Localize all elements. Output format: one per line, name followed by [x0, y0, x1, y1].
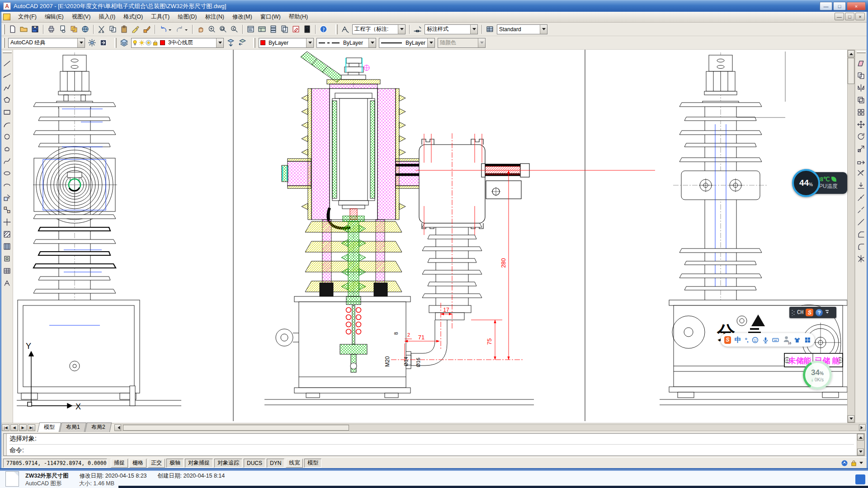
language-bar-options-icon[interactable]	[826, 310, 829, 315]
emoji-icon[interactable]	[752, 336, 759, 344]
help-button[interactable]	[318, 23, 329, 35]
horizontal-scrollbar[interactable]	[114, 424, 866, 431]
menu-window[interactable]: 窗口(W)	[256, 12, 285, 22]
new-button[interactable]	[7, 23, 18, 35]
toolbar-grip[interactable]	[253, 38, 255, 48]
toolbar-grip[interactable]	[335, 24, 338, 34]
command-window-grip[interactable]	[4, 434, 7, 455]
menu-insert[interactable]: 插入(I)	[94, 12, 119, 22]
join-button[interactable]	[855, 216, 867, 228]
ducs-toggle[interactable]: DUCS	[244, 459, 265, 468]
menu-dimension[interactable]: 标注(N)	[201, 12, 228, 22]
revision-cloud-button[interactable]	[1, 143, 13, 155]
chamfer-button[interactable]	[855, 229, 867, 240]
download-speed-widget[interactable]: 34% ↓ 0K/s	[803, 361, 832, 389]
polar-toggle[interactable]: 极轴	[166, 459, 184, 468]
maximize-button[interactable]: □	[833, 2, 846, 10]
erase-button[interactable]	[855, 58, 867, 69]
dropdown-arrow-icon[interactable]	[216, 38, 223, 47]
table-button[interactable]	[1, 265, 13, 277]
save-button[interactable]	[29, 23, 41, 35]
break-at-point-button[interactable]	[855, 192, 867, 203]
scrollbar-thumb[interactable]	[123, 425, 349, 431]
layer-properties-button[interactable]	[118, 37, 130, 48]
match-properties-button[interactable]	[130, 23, 141, 35]
construction-line-button[interactable]	[1, 70, 13, 81]
scroll-down-icon[interactable]	[857, 449, 864, 455]
toolbar-grip[interactable]	[857, 51, 866, 53]
menu-draw[interactable]: 绘图(D)	[174, 12, 201, 22]
toolbar-grip[interactable]	[114, 38, 117, 48]
login-account-icon[interactable]: 16	[783, 335, 790, 345]
mdi-minimize-button[interactable]: —	[835, 13, 844, 20]
make-object-layer-current-button[interactable]	[225, 37, 236, 48]
tab-layout1[interactable]: 布局1	[60, 422, 86, 432]
point-button[interactable]	[1, 216, 13, 228]
toolbar-grip[interactable]	[3, 38, 5, 48]
cut-button[interactable]	[96, 23, 107, 35]
mdi-close-button[interactable]: ×	[855, 13, 865, 20]
dim-style-button[interactable]	[412, 23, 423, 35]
layer-combobox[interactable]: 3中心线层	[131, 38, 224, 48]
menu-modify[interactable]: 修改(M)	[228, 12, 256, 22]
scroll-up-icon[interactable]	[857, 434, 864, 441]
copy-object-button[interactable]	[855, 70, 867, 81]
close-button[interactable]: ×	[847, 2, 866, 10]
plot-preview-button[interactable]	[57, 23, 68, 35]
zoom-previous-button[interactable]	[229, 23, 240, 35]
stretch-button[interactable]	[855, 155, 867, 167]
offset-button[interactable]	[855, 94, 867, 106]
linetype-combobox[interactable]: ByLayer	[316, 38, 376, 48]
table-style-button[interactable]	[484, 23, 495, 35]
tray-icon[interactable]	[855, 474, 865, 484]
color-combobox[interactable]: ByLayer	[259, 38, 314, 48]
insert-block-button[interactable]	[1, 192, 13, 203]
scroll-down-icon[interactable]	[848, 415, 854, 422]
scrollbar-thumb[interactable]	[848, 58, 854, 84]
rotate-button[interactable]	[855, 131, 867, 142]
rectangle-button[interactable]	[1, 107, 13, 118]
paste-button[interactable]	[118, 23, 130, 35]
dyn-toggle[interactable]: DYN	[267, 459, 284, 468]
table-style-combobox[interactable]: Standard	[497, 24, 547, 34]
tool-palettes-button[interactable]	[268, 23, 279, 35]
punctuation-icon[interactable]: °,	[745, 337, 748, 343]
line-button[interactable]	[1, 58, 13, 69]
dim-style-combobox[interactable]: 标注样式	[425, 24, 478, 34]
block-editor-button[interactable]	[141, 23, 152, 35]
voice-input-icon[interactable]	[762, 336, 769, 344]
plot-button[interactable]	[46, 23, 57, 35]
spline-button[interactable]	[1, 155, 13, 167]
redo-button[interactable]	[174, 23, 190, 35]
toolbar-lock-icon[interactable]	[850, 460, 857, 466]
dropdown-arrow-icon[interactable]	[306, 38, 313, 47]
ortho-toggle[interactable]: 正交	[148, 459, 165, 468]
trim-button[interactable]	[855, 168, 867, 179]
mdi-restore-button[interactable]: □	[845, 13, 854, 20]
break-button[interactable]	[855, 204, 867, 216]
command-history-line[interactable]: 选择对象:	[9, 435, 854, 445]
snap-toggle[interactable]: 捕捉	[111, 459, 128, 468]
lineweight-combobox[interactable]: ByLayer	[379, 38, 435, 48]
ime-help-icon[interactable]: ?	[816, 309, 823, 316]
grid-toggle[interactable]: 栅格	[129, 459, 146, 468]
gradient-button[interactable]	[1, 241, 13, 252]
dropdown-arrow-icon[interactable]	[470, 25, 477, 34]
scroll-up-icon[interactable]	[848, 50, 854, 57]
dropdown-arrow-icon[interactable]	[77, 38, 85, 47]
toolbox-icon[interactable]	[804, 336, 811, 344]
menu-help[interactable]: 帮助(H)	[285, 12, 312, 22]
workspace-settings-button[interactable]	[86, 37, 98, 48]
tab-next-button[interactable]: ▶	[19, 424, 27, 431]
array-button[interactable]	[855, 107, 867, 118]
cad-drawing[interactable]: Y X	[13, 50, 847, 423]
drawing-canvas[interactable]: Y X	[13, 50, 847, 423]
properties-button[interactable]	[245, 23, 256, 35]
quickcalc-button[interactable]	[302, 23, 313, 35]
scroll-left-icon[interactable]	[114, 424, 121, 431]
fillet-button[interactable]	[855, 241, 867, 252]
sogou-toolbar[interactable]: S 中 °, 16	[721, 333, 815, 347]
zoom-window-button[interactable]	[217, 23, 229, 35]
scale-button[interactable]	[855, 143, 867, 155]
communication-center-icon[interactable]	[841, 460, 848, 467]
